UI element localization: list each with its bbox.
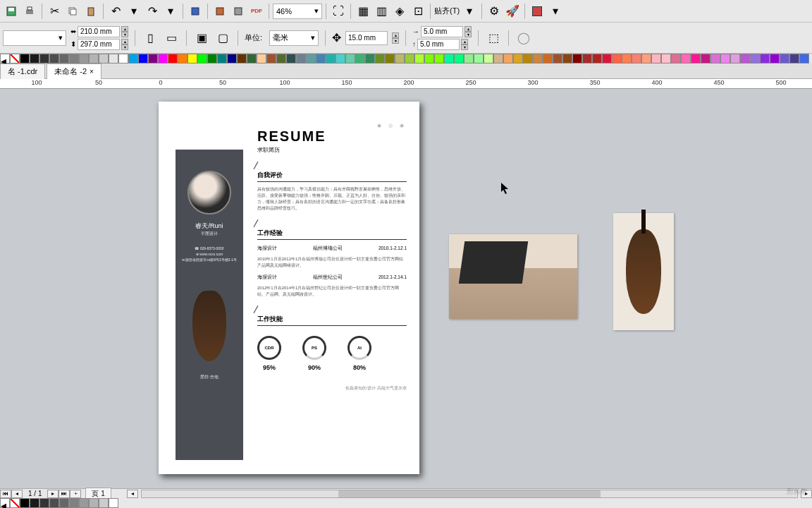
add-page-button[interactable]: + [70,490,81,498]
color-swatch[interactable] [197,54,207,64]
color-swatch[interactable] [661,54,671,64]
color-swatch[interactable] [217,54,227,64]
color-swatch[interactable] [799,54,809,64]
color-swatch[interactable] [750,54,760,64]
palette-scroll-left-b[interactable]: ◂ [0,498,10,508]
color-swatch[interactable] [493,54,503,64]
color-swatch[interactable] [227,54,237,64]
color-swatch[interactable] [79,498,89,508]
color-swatch[interactable] [770,54,780,64]
options-page-icon[interactable]: ◯ [515,30,532,47]
color-swatch[interactable] [345,54,355,64]
copy-icon[interactable] [64,3,81,20]
undo-icon[interactable]: ↶ [107,3,124,20]
palette-scroll-left[interactable]: ◂ [0,54,10,64]
color-swatch[interactable] [760,54,770,64]
color-swatch[interactable] [414,54,424,64]
no-color-swatch-b[interactable] [10,498,20,508]
violin-photo[interactable] [613,213,674,330]
options-icon[interactable]: ⚙ [486,3,503,20]
launch-icon[interactable]: 🚀 [504,3,521,20]
color-swatch[interactable] [257,54,266,64]
import-icon[interactable] [187,3,204,20]
publish-icon[interactable] [230,3,247,20]
color-swatch[interactable] [89,498,99,508]
color-swatch[interactable] [730,54,740,64]
save-icon[interactable] [3,3,20,20]
color-swatch[interactable] [158,54,168,64]
redo-icon[interactable]: ↷ [144,3,161,20]
fill-swatch-icon[interactable] [529,3,546,20]
color-swatch[interactable] [247,54,257,64]
fullscreen-icon[interactable]: ⛶ [330,3,347,20]
snap-guide-icon[interactable]: ▥ [373,3,390,20]
color-swatch[interactable] [365,54,375,64]
close-tab-icon[interactable]: × [90,68,94,75]
color-swatch[interactable] [276,54,286,64]
color-swatch[interactable] [59,498,69,508]
zoom-dropdown[interactable]: 46%▾ [273,4,322,19]
color-swatch[interactable] [178,54,187,64]
paste-icon[interactable] [82,3,99,20]
color-swatch[interactable] [474,54,484,64]
color-swatch[interactable] [30,54,39,64]
height-up[interactable]: ▴ [121,39,128,44]
color-swatch[interactable] [632,54,641,64]
color-swatch[interactable] [464,54,474,64]
color-swatch[interactable] [109,498,118,508]
color-swatch[interactable] [118,54,128,64]
snap-dropdown-icon[interactable]: ▾ [461,3,478,20]
color-swatch[interactable] [385,54,395,64]
color-swatch[interactable] [20,54,30,64]
color-swatch[interactable] [780,54,789,64]
color-swatch[interactable] [592,54,602,64]
color-swatch[interactable] [79,54,89,64]
color-swatch[interactable] [49,54,59,64]
redo-dropdown-icon[interactable]: ▾ [162,3,179,20]
color-swatch[interactable] [49,498,59,508]
landscape-icon[interactable]: ▭ [163,30,180,47]
color-swatch[interactable] [484,54,493,64]
color-swatch[interactable] [789,54,799,64]
color-swatch[interactable] [296,54,306,64]
color-swatch[interactable] [740,54,750,64]
pdf-icon[interactable]: PDF [248,3,265,20]
horizontal-scrollbar[interactable] [141,490,798,498]
color-swatch[interactable] [99,498,109,508]
color-swatch[interactable] [424,54,434,64]
color-swatch[interactable] [513,54,523,64]
page-height-input[interactable]: 297.0 mm [78,39,120,50]
color-swatch[interactable] [622,54,632,64]
nudge-up[interactable]: ▴ [392,32,399,38]
doc-tab-2[interactable]: 未命名 -2× [47,64,102,79]
page-size-dropdown[interactable]: ▾ [3,30,66,46]
color-swatch[interactable] [266,54,276,64]
color-swatch[interactable] [395,54,405,64]
first-page-button[interactable]: ⏮ [0,490,11,498]
canvas[interactable]: 睿天/Runi 平面设计 ☎ 029-8373-0000 ⊕ www.xxxx.… [0,89,812,488]
color-swatch[interactable] [543,54,553,64]
color-swatch[interactable] [671,54,681,64]
page-width-input[interactable]: 210.0 mm [78,26,120,37]
color-swatch[interactable] [641,54,651,64]
color-swatch[interactable] [503,54,513,64]
no-color-swatch[interactable] [10,54,20,64]
color-swatch[interactable] [681,54,691,64]
color-swatch[interactable] [444,54,454,64]
color-swatch[interactable] [30,498,39,508]
color-swatch[interactable] [336,54,345,64]
cut-icon[interactable]: ✂ [46,3,63,20]
color-swatch[interactable] [39,54,49,64]
undo-dropdown-icon[interactable]: ▾ [125,3,142,20]
color-swatch[interactable] [89,54,99,64]
color-swatch[interactable] [602,54,612,64]
color-swatch[interactable] [405,54,414,64]
color-swatch[interactable] [355,54,365,64]
color-swatch[interactable] [434,54,444,64]
color-swatch[interactable] [168,54,178,64]
color-swatch[interactable] [187,54,197,64]
color-swatch[interactable] [720,54,730,64]
color-swatch[interactable] [20,498,30,508]
scroll-left-button[interactable]: ◂ [127,490,138,498]
color-swatch[interactable] [59,54,69,64]
